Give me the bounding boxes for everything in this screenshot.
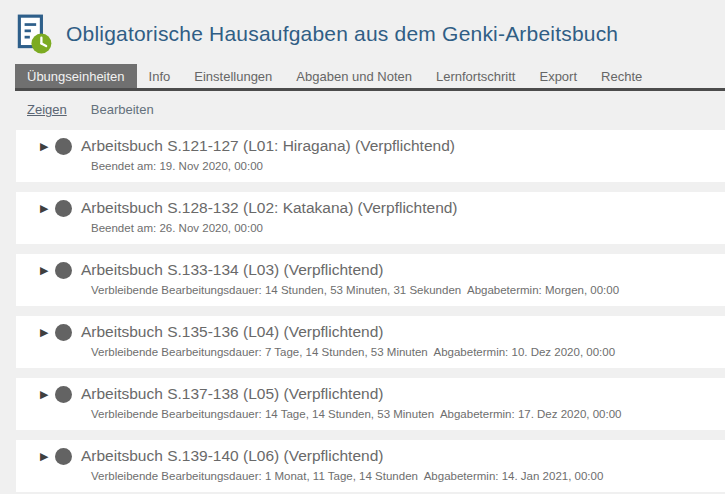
status-dot-icon: [55, 262, 72, 279]
exercise-document-clock-icon: [13, 13, 53, 55]
assignment-deadline: Beendet am: 19. Nov 2020, 00:00: [40, 159, 715, 173]
list-item[interactable]: ▶ Arbeitsbuch S.135-136 (L04) (Verpflich…: [16, 316, 725, 368]
subtab-zeigen[interactable]: Zeigen: [15, 102, 79, 117]
status-dot-icon: [55, 386, 72, 403]
assignment-deadline: Verbleibende Bearbeitungsdauer: 1 Monat,…: [40, 469, 715, 483]
tab-abgaben-und-noten[interactable]: Abgaben und Noten: [284, 64, 424, 88]
status-dot-icon: [55, 200, 72, 217]
assignment-deadline: Verbleibende Bearbeitungsdauer: 14 Tage,…: [40, 407, 715, 421]
assignment-deadline: Verbleibende Bearbeitungsdauer: 14 Stund…: [40, 283, 715, 297]
status-dot-icon: [55, 324, 72, 341]
assignment-deadline: Beendet am: 26. Nov 2020, 00:00: [40, 221, 715, 235]
assignment-title: Arbeitsbuch S.133-134 (L03) (Verpflichte…: [81, 260, 383, 280]
assignment-title: Arbeitsbuch S.139-140 (L06) (Verpflichte…: [81, 446, 383, 466]
tab-lernfortschritt[interactable]: Lernfortschritt: [424, 64, 527, 88]
assignment-title: Arbeitsbuch S.121-127 (L01: Hiragana) (V…: [81, 136, 455, 156]
list-item[interactable]: ▶ Arbeitsbuch S.139-140 (L06) (Verpflich…: [16, 440, 725, 492]
page-title: Obligatorische Hausaufgaben aus dem Genk…: [66, 22, 618, 46]
tab-bar: Übungseinheiten Info Einstellungen Abgab…: [15, 64, 725, 91]
assignment-list: ▶ Arbeitsbuch S.121-127 (L01: Hiragana) …: [16, 130, 725, 494]
tab-einstellungen[interactable]: Einstellungen: [182, 64, 284, 88]
assignment-deadline: Verbleibende Bearbeitungsdauer: 7 Tage, …: [40, 345, 715, 359]
page-header: Obligatorische Hausaufgaben aus dem Genk…: [0, 0, 725, 64]
tab-info[interactable]: Info: [137, 64, 183, 88]
assignment-title: Arbeitsbuch S.137-138 (L05) (Verpflichte…: [81, 384, 383, 404]
list-item[interactable]: ▶ Arbeitsbuch S.133-134 (L03) (Verpflich…: [16, 254, 725, 306]
tab-export[interactable]: Export: [527, 64, 589, 88]
assignment-title: Arbeitsbuch S.128-132 (L02: Katakana) (V…: [81, 198, 458, 218]
status-dot-icon: [55, 448, 72, 465]
subtab-bearbeiten[interactable]: Bearbeiten: [79, 102, 166, 117]
tab-uebungseinheiten[interactable]: Übungseinheiten: [15, 64, 137, 88]
list-item[interactable]: ▶ Arbeitsbuch S.121-127 (L01: Hiragana) …: [16, 130, 725, 182]
subtab-bar: Zeigen Bearbeiten: [15, 91, 725, 130]
assignment-title: Arbeitsbuch S.135-136 (L04) (Verpflichte…: [81, 322, 383, 342]
expand-arrow-icon[interactable]: ▶: [40, 141, 55, 152]
tab-rechte[interactable]: Rechte: [589, 64, 654, 88]
expand-arrow-icon[interactable]: ▶: [40, 265, 55, 276]
expand-arrow-icon[interactable]: ▶: [40, 203, 55, 214]
expand-arrow-icon[interactable]: ▶: [40, 451, 55, 462]
list-item[interactable]: ▶ Arbeitsbuch S.137-138 (L05) (Verpflich…: [16, 378, 725, 430]
status-dot-icon: [55, 138, 72, 155]
expand-arrow-icon[interactable]: ▶: [40, 327, 55, 338]
list-item[interactable]: ▶ Arbeitsbuch S.128-132 (L02: Katakana) …: [16, 192, 725, 244]
expand-arrow-icon[interactable]: ▶: [40, 389, 55, 400]
